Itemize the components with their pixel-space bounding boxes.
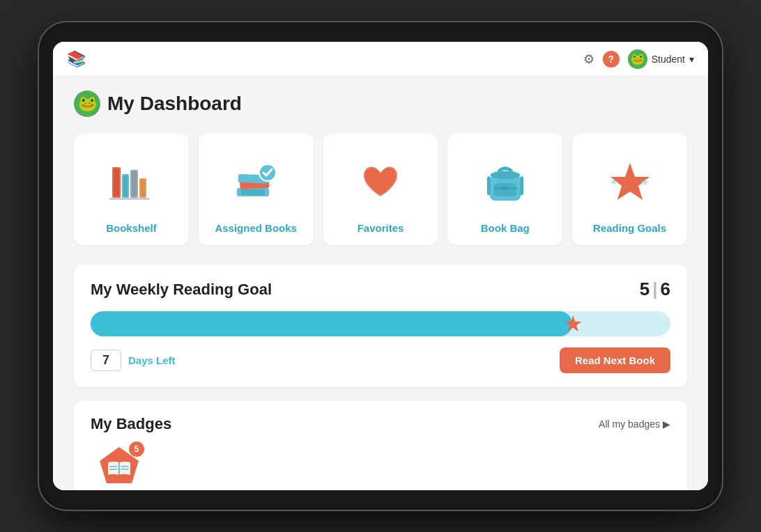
- favorites-heart-icon: [360, 148, 401, 217]
- weekly-goal-header: My Weekly Reading Goal 5 | 6: [91, 279, 670, 300]
- reading-goals-label: Reading Goals: [593, 222, 666, 234]
- weekly-current: 5: [640, 279, 649, 300]
- read-next-book-button[interactable]: Read Next Book: [560, 347, 670, 373]
- badges-header: My Badges All my badges ▶: [91, 415, 670, 433]
- nav-card-reading-goals[interactable]: Reading Goals: [572, 134, 687, 245]
- weekly-total: 6: [661, 279, 670, 300]
- badges-title: My Badges: [91, 415, 171, 433]
- bookshelf-icon: [107, 148, 155, 217]
- badges-grid: 5 Read 5 Books: [91, 444, 670, 490]
- badge-icon-container: 5: [97, 444, 141, 489]
- svg-line-28: [110, 469, 117, 470]
- bookshelf-label: Bookshelf: [106, 222, 157, 234]
- all-badges-label: All my badges: [599, 418, 660, 430]
- page-title: My Dashboard: [107, 93, 242, 115]
- days-left-number: 7: [91, 350, 121, 371]
- progress-star-icon: ★: [563, 313, 583, 335]
- weekly-goal-footer: 7 Days Left Read Next Book: [91, 347, 670, 373]
- svg-line-27: [110, 467, 117, 467]
- svg-rect-1: [114, 169, 119, 196]
- svg-rect-5: [132, 171, 137, 196]
- days-left-display: 7 Days Left: [91, 350, 176, 371]
- weekly-goal-score: 5 | 6: [640, 279, 670, 300]
- nav-card-assigned[interactable]: Assigned Books: [199, 134, 314, 245]
- svg-point-16: [490, 171, 520, 179]
- top-bar-right: ⚙ ? 🐸 Student ▾: [583, 49, 694, 69]
- user-menu-chevron: ▾: [689, 54, 694, 65]
- svg-rect-3: [123, 175, 128, 196]
- all-badges-chevron: ▶: [663, 418, 670, 430]
- user-menu-button[interactable]: 🐸 Student ▾: [628, 49, 694, 69]
- badges-section: My Badges All my badges ▶: [74, 401, 687, 490]
- nav-card-bookshelf[interactable]: Bookshelf: [74, 134, 189, 245]
- svg-rect-10: [241, 189, 265, 195]
- top-bar: 📚 ⚙ ? 🐸 Student ▾: [53, 42, 708, 77]
- badge-count: 5: [129, 441, 144, 457]
- user-avatar: 🐸: [628, 49, 647, 69]
- svg-rect-8: [109, 198, 150, 200]
- dashboard-title-row: 🐸 My Dashboard: [74, 91, 687, 117]
- weekly-divider: |: [652, 279, 657, 300]
- favorites-label: Favorites: [358, 222, 404, 234]
- bookbag-icon: [484, 148, 526, 217]
- svg-rect-20: [487, 176, 491, 195]
- bookbag-label: Book Bag: [481, 222, 530, 234]
- nav-card-bookbag[interactable]: Book Bag: [447, 134, 562, 245]
- settings-icon[interactable]: ⚙: [583, 52, 594, 67]
- all-badges-link[interactable]: All my badges ▶: [599, 418, 670, 430]
- main-content: 🐸 My Dashboard: [53, 77, 708, 490]
- assigned-books-icon: [231, 148, 280, 217]
- nav-card-favorites[interactable]: Favorites: [323, 134, 438, 245]
- tablet-screen: 📚 ⚙ ? 🐸 Student ▾ 🐸 My Dashboard: [53, 42, 708, 490]
- svg-rect-21: [520, 176, 523, 195]
- svg-line-30: [121, 469, 128, 470]
- progress-bar-fill: ★: [91, 311, 572, 336]
- svg-rect-19: [502, 186, 509, 189]
- app-logo-icon: 📚: [67, 50, 86, 68]
- svg-line-29: [121, 467, 128, 467]
- dashboard-avatar-icon: 🐸: [74, 91, 100, 117]
- tablet-frame: 📚 ⚙ ? 🐸 Student ▾ 🐸 My Dashboard: [39, 22, 722, 510]
- weekly-goal-section: My Weekly Reading Goal 5 | 6 ★ 7 Da: [74, 265, 687, 387]
- nav-cards-grid: Bookshelf: [74, 134, 687, 245]
- svg-rect-7: [141, 180, 145, 196]
- progress-bar-container: ★: [91, 311, 670, 336]
- assigned-books-label: Assigned Books: [215, 222, 297, 234]
- weekly-goal-title: My Weekly Reading Goal: [91, 281, 272, 299]
- user-name-label: Student: [652, 54, 685, 65]
- help-icon[interactable]: ?: [603, 51, 620, 68]
- reading-goals-star-icon: [608, 148, 652, 217]
- badge-item-read5: 5 Read 5 Books: [91, 444, 148, 490]
- days-left-label: Days Left: [128, 354, 176, 366]
